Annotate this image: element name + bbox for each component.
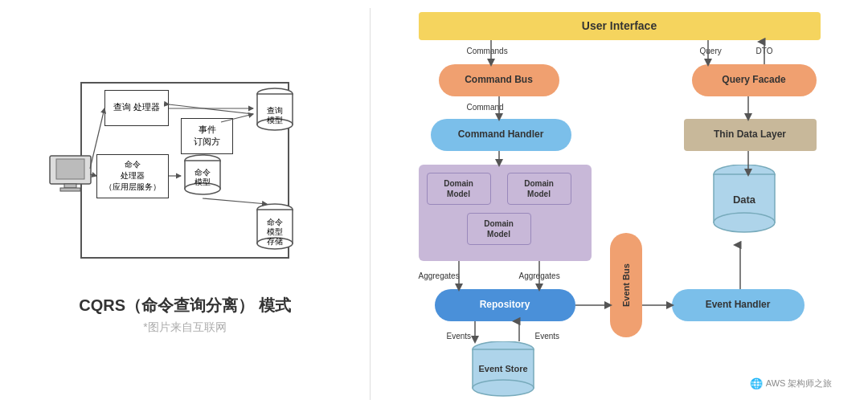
monitor-icon [48,154,92,198]
command-handler-node: 命令处理器（应用层服务） [96,154,169,198]
svg-rect-3 [60,188,80,191]
query-label: Query [700,47,722,55]
event-bus-box: Event Bus [610,233,642,337]
user-interface-box: User Interface [419,12,821,40]
repository-box: Repository [435,289,575,321]
data-cylinder: Data [708,165,780,248]
command-model-node: 命令 模型 [181,154,225,202]
events-left-label: Events [447,332,472,341]
command-handler-box: Command Handler [431,119,571,151]
commands-label: Commands [467,47,508,55]
command-bus-box: Command Bus [439,64,559,96]
svg-text:Data: Data [732,194,755,206]
left-title: CQRS（命令查询分离） 模式 [79,295,290,316]
watermark: 🌐 AWS 架构师之旅 [750,377,833,390]
left-panel: 查询 处理器 命令处理器（应用层服务） 事件订阅方 查询 模型 [0,0,370,408]
dto-label: DTO [756,47,773,55]
left-subtitle: *图片来自互联网 [143,320,226,335]
svg-text:存储: 存储 [267,237,283,246]
svg-rect-2 [64,184,76,188]
domain-model-1: DomainModel [427,173,491,205]
domain-model-2: DomainModel [507,173,571,205]
events-right-label: Events [535,332,560,341]
svg-point-29 [714,213,775,232]
svg-text:查询: 查询 [267,106,283,115]
svg-text:模型: 模型 [267,227,283,236]
svg-text:模型: 模型 [194,177,211,186]
query-facade-box: Query Facade [692,64,817,96]
event-subscriber-node: 事件订阅方 [181,118,233,154]
query-model-node: 查询 模型 [253,86,297,137]
aggregates-right-label: Aggregates [519,271,560,280]
command-label: Command [467,103,504,112]
svg-text:Event Store: Event Store [478,364,527,373]
event-store-cylinder: Event Store [467,341,539,408]
domain-model-3: DomainModel [467,213,531,245]
query-handler-node: 查询 处理器 [104,90,169,126]
svg-point-33 [473,380,534,396]
svg-text:模型: 模型 [267,116,283,124]
event-handler-box: Event Handler [672,289,805,321]
thin-data-layer-box: Thin Data Layer [684,119,817,151]
aggregates-left-label: Aggregates [419,271,460,280]
right-panel: User Interface Commands Query DTO Comman… [371,0,868,408]
svg-text:命令: 命令 [194,168,211,177]
command-store-node: 命令 模型 存储 [253,202,297,258]
svg-text:命令: 命令 [267,218,283,226]
svg-rect-1 [56,159,84,179]
